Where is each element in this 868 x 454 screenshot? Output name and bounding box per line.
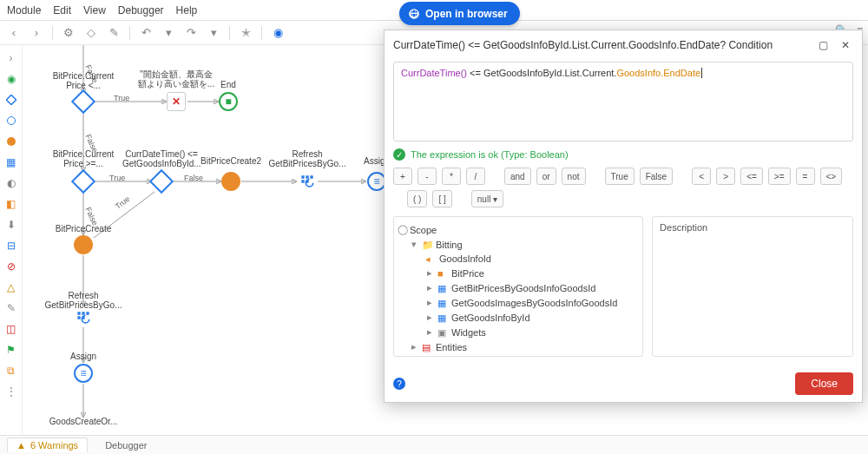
open-in-browser-label: Open in browser	[425, 8, 508, 20]
toggle-icon[interactable]: ◐	[5, 177, 17, 189]
op-true[interactable]: True	[605, 168, 635, 185]
flag-icon[interactable]: ⚑	[5, 344, 17, 356]
description-panel: Description	[652, 216, 853, 357]
tree-item-1[interactable]: BitPrice	[451, 268, 484, 279]
tree-expand-root[interactable]: ▾	[410, 239, 418, 250]
more-vert-icon[interactable]: ⋮	[5, 385, 17, 398]
decision2-right-label: CurrDateTime() <= GetGoodsInfoById...	[122, 149, 201, 168]
op-false[interactable]: False	[640, 168, 673, 185]
refresh2-node[interactable]	[74, 308, 93, 327]
diamond-icon[interactable]	[5, 94, 17, 106]
gear-icon[interactable]: ⚙	[60, 24, 77, 42]
scope-label: Scope	[410, 225, 437, 235]
create1-label: BitPriceCreate	[44, 224, 122, 234]
op-and[interactable]: and	[504, 168, 531, 185]
menu-module[interactable]: Module	[7, 4, 41, 16]
op-eq[interactable]: =	[796, 168, 815, 185]
expression-textarea[interactable]: CurrDateTime() <= GetGoodsInfoById.List.…	[393, 62, 853, 141]
help-icon-footer[interactable]: ?	[393, 378, 405, 390]
menu-edit[interactable]: Edit	[53, 4, 71, 16]
warning-icon[interactable]: △	[5, 281, 17, 293]
goods-create-label: GoodsCreateOr...	[44, 417, 122, 426]
maximize-icon[interactable]: ▢	[815, 37, 831, 53]
tree-item-3[interactable]: GetGoodsImagesByGoodsInfoGoodsId	[451, 298, 617, 308]
status-text: The expression is ok (Type: Boolean)	[411, 149, 569, 160]
expr-fn: CurrDateTime()	[401, 68, 467, 78]
open-in-browser-button[interactable]: Open in browser	[399, 2, 520, 25]
warnings-tab[interactable]: ▲ 6 Warnings	[7, 438, 88, 452]
error-raise-node[interactable]: ✕	[167, 92, 186, 111]
halt-icon[interactable]: ⊘	[5, 260, 17, 273]
refresh1-node[interactable]	[298, 172, 317, 191]
comment-icon[interactable]: ✭	[237, 24, 254, 42]
close-icon[interactable]: ✕	[838, 37, 853, 53]
star-icon[interactable]: ⧉	[5, 365, 17, 377]
op-or[interactable]: or	[536, 168, 556, 185]
menu-debugger[interactable]: Debugger	[118, 4, 164, 16]
entities-icon: ▤	[422, 342, 432, 352]
op-parens[interactable]: ( )	[407, 190, 427, 207]
assign2-label: Assign	[44, 352, 122, 361]
create2-label: BitPriceCreate2	[192, 156, 270, 166]
op-gt[interactable]: >	[716, 168, 735, 185]
play-icon[interactable]: ◉	[5, 73, 17, 85]
tree-entities[interactable]: Entities	[436, 342, 467, 352]
note-icon[interactable]: ◫	[5, 323, 17, 335]
op-minus[interactable]: -	[418, 168, 437, 185]
decision2-right-node[interactable]	[149, 169, 174, 194]
nav-fwd-icon[interactable]: ›	[28, 24, 45, 42]
close-button[interactable]: Close	[795, 372, 853, 395]
tree-client[interactable]: Client	[436, 357, 460, 358]
chevron-down-2[interactable]: ▾	[205, 24, 222, 42]
tree-item-2[interactable]: GetBitPricesByGoodsInfoGoodsId	[451, 283, 595, 293]
create2-node[interactable]	[221, 172, 240, 191]
status-ok-icon: ✓	[393, 148, 405, 161]
menu-view[interactable]: View	[83, 4, 106, 16]
db-icon[interactable]: ⊟	[5, 240, 17, 252]
circle-blue-icon[interactable]	[5, 115, 17, 127]
end-node[interactable]: ■	[219, 92, 238, 111]
menu-help[interactable]: Help	[176, 4, 198, 16]
assign2-node[interactable]: ≡	[74, 364, 93, 383]
dialog-title: CurrDateTime() <= GetGoodsInfoById.List.…	[393, 39, 808, 51]
op-not[interactable]: not	[562, 168, 586, 185]
brush-icon[interactable]: ✎	[105, 24, 122, 42]
tree-item-5[interactable]: Widgets	[451, 327, 486, 338]
op-mult[interactable]: *	[442, 168, 461, 185]
op-plus[interactable]: +	[393, 168, 412, 185]
edge-true-2: True	[109, 174, 125, 182]
expression-status: ✓ The expression is ok (Type: Boolean)	[393, 148, 853, 161]
decision2-left-label: BitPrice.Current Price >=...	[44, 149, 122, 168]
op-neq[interactable]: <>	[820, 168, 843, 185]
scope-toggle[interactable]: ◯	[398, 224, 406, 235]
tree-item-4[interactable]: GetGoodsInfoById	[451, 313, 530, 323]
op-div[interactable]: /	[466, 168, 485, 185]
help-icon[interactable]: ◉	[269, 24, 286, 42]
tree-root[interactable]: Bitting	[436, 240, 463, 250]
create1-node[interactable]	[74, 235, 93, 254]
redo-icon[interactable]: ↷	[182, 24, 200, 42]
tree-item-0[interactable]: GoodsInfoId	[439, 253, 491, 264]
var-icon: ■	[437, 268, 448, 279]
op-gte[interactable]: >=	[768, 168, 791, 185]
decision2-left-node[interactable]	[71, 169, 95, 194]
op-brackets[interactable]: [ ]	[432, 190, 451, 207]
structure-icon[interactable]: ◇	[82, 24, 100, 42]
decision1-node[interactable]	[71, 89, 95, 114]
circle-orange-icon[interactable]	[5, 135, 17, 148]
decision1-label: BitPrice.Current Price <...	[44, 71, 122, 90]
op-lt[interactable]: <	[692, 168, 711, 185]
grid-icon[interactable]: ▦	[5, 156, 17, 168]
nav-back-icon[interactable]: ‹	[5, 24, 23, 42]
debugger-tab[interactable]: Debugger	[96, 438, 155, 452]
chevron-down-1[interactable]: ▾	[160, 24, 177, 42]
param-icon: ◂	[425, 253, 436, 264]
rail-chevron-icon[interactable]: ›	[5, 52, 17, 64]
scope-panel[interactable]: ◯Scope ▾📁Bitting ◂GoodsInfoId ▸■BitPrice…	[393, 216, 643, 357]
undo-icon[interactable]: ↶	[137, 24, 155, 42]
op-null[interactable]: null ▾	[471, 190, 503, 207]
box-icon[interactable]: ◧	[5, 198, 17, 210]
pencil-icon[interactable]: ✎	[5, 302, 17, 314]
op-lte[interactable]: <=	[740, 168, 763, 185]
download-icon[interactable]: ⬇	[5, 219, 17, 231]
